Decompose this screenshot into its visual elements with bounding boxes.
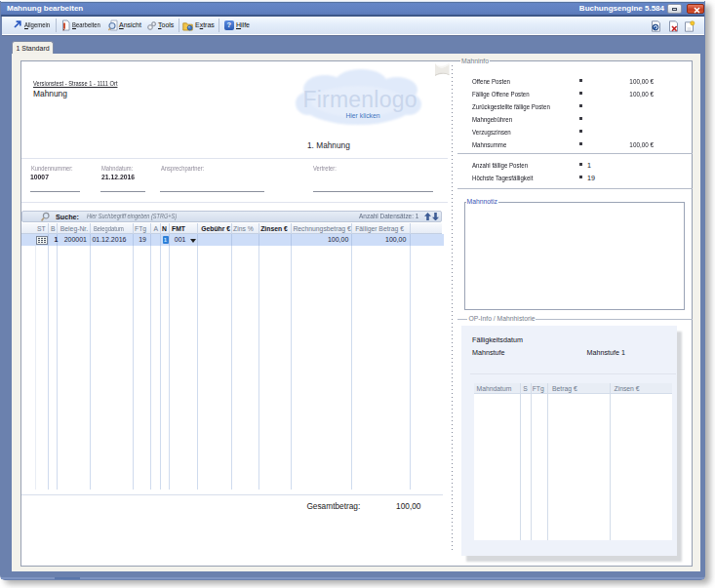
svg-text:Firmenlogo: Firmenlogo (303, 87, 417, 112)
